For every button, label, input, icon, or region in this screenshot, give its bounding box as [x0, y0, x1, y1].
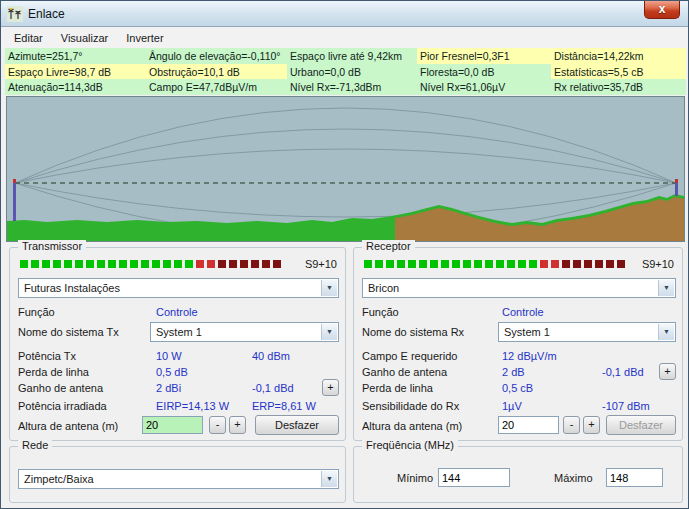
profile-svg	[7, 97, 684, 241]
frequency-group-label: Freqüência (MHz)	[362, 439, 458, 451]
rx-campo-value: 12 dBµV/m	[502, 350, 557, 362]
freq-max-input[interactable]	[606, 468, 663, 487]
rx-unit-combo-value: Bricon	[368, 282, 655, 294]
tx-perda-value: 0,5 dB	[156, 366, 188, 378]
tx-eirp-value: EIRP=14,13 W	[156, 400, 229, 412]
rx-sens-dbm: -107 dBm	[602, 400, 650, 412]
tx-antenna-plus-button[interactable]: +	[322, 379, 339, 396]
rx-ganho-dbd: -0,1 dBd	[602, 366, 644, 378]
rx-antenna-plus-button[interactable]: +	[659, 363, 676, 380]
freq-min-input[interactable]	[438, 468, 510, 487]
tx-antenna-marker	[13, 183, 16, 221]
rx-sens-row: Sensibilidade do Rx 1µV -107 dBm	[354, 400, 682, 415]
rx-campo-label: Campo E requerido	[362, 350, 457, 362]
info-cell: Nível Rx=61,06µV	[417, 79, 551, 95]
info-cell: Campo E=47,7dBµV/m	[146, 79, 287, 95]
info-cell: Espaço Livre=98,7 dB	[5, 64, 146, 80]
rx-antenna-tip	[675, 179, 678, 183]
rx-altura-label: Altura da antena (m)	[362, 420, 462, 432]
frequency-group: Freqüência (MHz) Mínimo Máximo	[353, 446, 683, 503]
tx-ganho-dbi: 2 dBi	[156, 382, 181, 394]
tx-altura-minus-button[interactable]: -	[209, 416, 226, 434]
rx-altura-minus-button[interactable]: -	[563, 416, 580, 434]
tx-signal-bar	[20, 260, 289, 268]
tx-ganho-row: Ganho de antena 2 dBi -0,1 dBd	[10, 382, 345, 397]
rx-ganho-db: 2 dB	[502, 366, 525, 378]
menubar: Editar Visualizar Inverter	[1, 27, 688, 48]
transmitter-group-label: Transmissor	[18, 240, 86, 252]
profile-chart	[6, 96, 685, 242]
tx-potencia-watts: 10 W	[156, 350, 182, 362]
tx-potencia-dbm: 40 dBm	[252, 350, 290, 362]
rx-signal-bar	[364, 260, 626, 268]
rede-combo[interactable]: Zimpetc/Baixa ▼	[18, 469, 339, 489]
tx-altura-input[interactable]	[142, 416, 203, 434]
tx-unit-combo-value: Futuras Instalações	[24, 282, 318, 294]
freq-min-label: Mínimo	[397, 472, 433, 484]
rx-sistema-combo[interactable]: System 1 ▼	[498, 322, 676, 342]
tx-ganho-dbd: -0,1 dBd	[252, 382, 294, 394]
tx-potencia-label: Potência Tx	[18, 350, 76, 362]
tx-funcao-value: Controle	[156, 306, 198, 318]
rx-perda-label: Perda de linha	[362, 382, 433, 394]
tx-funcao-label: Função	[18, 306, 55, 318]
rx-altura-plus-button[interactable]: +	[583, 416, 600, 434]
rx-sistema-label: Nome do sistema Rx	[362, 326, 464, 338]
rx-altura-input[interactable]	[498, 416, 559, 434]
tx-antenna-tip	[13, 179, 16, 183]
receiver-group-label: Receptor	[362, 240, 415, 252]
rx-funcao-label: Função	[362, 306, 399, 318]
rede-combo-value: Zimpetc/Baixa	[24, 473, 318, 485]
rx-sistema-combo-value: System 1	[504, 326, 655, 338]
close-button[interactable]: x	[644, 1, 680, 19]
chevron-down-icon: ▼	[321, 280, 337, 296]
info-cell: Obstrução=10,1 dB	[146, 64, 287, 80]
tx-perda-label: Perda de linha	[18, 366, 89, 378]
tx-unit-combo[interactable]: Futuras Instalações ▼	[18, 278, 339, 298]
info-cell: Rx relativo=35,7dB	[551, 79, 686, 95]
rx-ganho-label: Ganho de antena	[362, 366, 447, 378]
info-cell: Pior Fresnel=0,3F1	[417, 48, 551, 64]
freq-max-label: Máximo	[554, 472, 593, 484]
tx-sistema-label: Nome do sistema Tx	[18, 326, 119, 338]
rx-perda-row: Perda de linha 0,5 cB	[354, 382, 682, 397]
menu-inverter[interactable]: Inverter	[117, 29, 172, 47]
info-cell: Distância=14,22km	[551, 48, 686, 64]
link-window: Enlace x Editar Visualizar Inverter Azim…	[0, 0, 689, 509]
tx-potencia-row: Potência Tx 10 W 40 dBm	[10, 350, 345, 365]
rx-funcao-row: Função Controle	[354, 306, 682, 321]
menu-editar[interactable]: Editar	[5, 29, 52, 47]
tx-irradiada-label: Potência irradiada	[18, 400, 107, 412]
info-cell: Estatísticas=5,5 cB	[551, 64, 686, 80]
app-icon	[7, 6, 23, 22]
tx-altura-label: Altura de antena (m)	[18, 420, 118, 432]
tx-signal-row: S9+10	[20, 258, 337, 270]
rx-sens-uv: 1µV	[502, 400, 522, 412]
rx-funcao-value: Controle	[502, 306, 544, 318]
rx-ganho-row: Ganho de antena 2 dB -0,1 dBd	[354, 366, 682, 381]
tx-sistema-combo[interactable]: System 1 ▼	[150, 322, 339, 342]
close-icon: x	[659, 2, 666, 16]
rx-perda-value: 0,5 cB	[502, 382, 533, 394]
window-title: Enlace	[28, 7, 65, 21]
rede-group: Rede Zimpetc/Baixa ▼	[9, 446, 346, 503]
info-cell: Nível Rx=-71,3dBm	[287, 79, 417, 95]
tx-ganho-label: Ganho de antena	[18, 382, 103, 394]
tx-erp-value: ERP=8,61 W	[252, 400, 316, 412]
tx-desfazer-button[interactable]: Desfazer	[255, 415, 339, 435]
rede-group-label: Rede	[18, 439, 52, 451]
tx-signal-level: S9+10	[299, 258, 337, 270]
info-cell: Floresta=0,0 dB	[417, 64, 551, 80]
info-cell: Atenuação=114,3dB	[5, 79, 146, 95]
rx-signal-level: S9+10	[636, 258, 674, 270]
info-cell: Ângulo de elevação=-0,110°	[146, 48, 287, 64]
chevron-down-icon: ▼	[658, 280, 674, 296]
info-grid: Azimute=251,7°Ângulo de elevação=-0,110°…	[5, 48, 686, 95]
rx-unit-combo[interactable]: Bricon ▼	[362, 278, 676, 298]
chevron-down-icon: ▼	[321, 324, 337, 340]
menu-visualizar[interactable]: Visualizar	[52, 29, 118, 47]
chevron-down-icon: ▼	[321, 471, 337, 487]
titlebar[interactable]: Enlace x	[1, 1, 688, 27]
tx-altura-plus-button[interactable]: +	[229, 416, 246, 434]
tx-perda-row: Perda de linha 0,5 dB	[10, 366, 345, 381]
